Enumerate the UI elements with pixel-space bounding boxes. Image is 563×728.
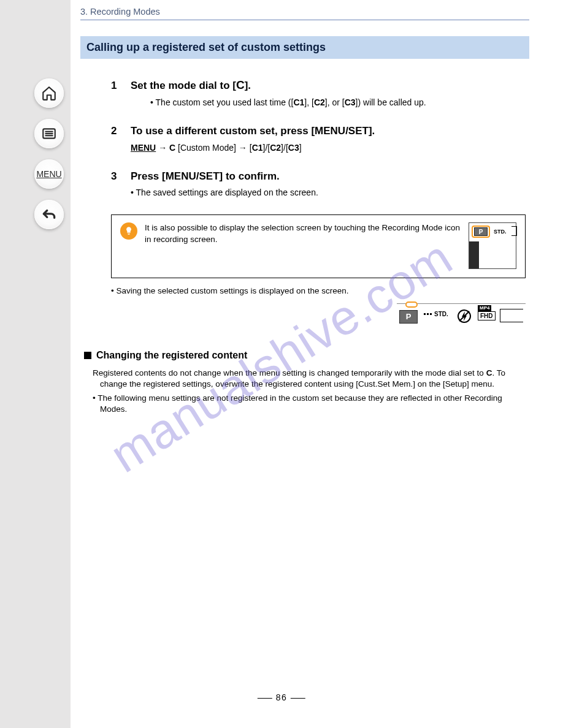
nav-buttons: MENU (34, 78, 64, 229)
list-icon (41, 126, 57, 142)
step-1-head: 1 Set the mode dial to [C]. (111, 77, 526, 93)
lightbulb-icon (120, 222, 137, 240)
tip-box: It is also possible to display the selec… (111, 214, 526, 278)
section-title: Calling up a registered set of custom se… (80, 36, 529, 59)
step-3-body: • The saved settings are displayed on th… (131, 187, 526, 199)
step-2: 2 To use a different custom set, press [… (111, 124, 526, 154)
step-1-num: 1 (111, 79, 122, 93)
mode-p-icon: P (399, 310, 418, 324)
nav-home-button[interactable] (34, 78, 64, 108)
std-icon: STD. (494, 228, 507, 235)
highlight-indicator (405, 301, 418, 308)
step-1-text: Set the mode dial to [C]. (131, 77, 251, 93)
subsection-line-1: Registered contents do not change when t… (93, 368, 526, 390)
back-icon (41, 207, 57, 222)
subsection-body: Registered contents do not change when t… (93, 368, 526, 415)
step-1-bullet: • The custom set you used last time ([C1… (150, 97, 526, 108)
step-2-body: MENU → C [Custom Mode] → [C1]/[C2]/[C3] (131, 142, 526, 154)
step-3: 3 Press [MENU/SET] to confirm. • The sav… (111, 170, 526, 199)
sidebar-dark (469, 241, 479, 268)
subsection-line-2: • The following menu settings are not re… (93, 393, 526, 415)
step-3-head: 3 Press [MENU/SET] to confirm. (111, 170, 526, 184)
nav-contents-button[interactable] (34, 119, 64, 148)
custom-c-glyph: C (236, 78, 245, 91)
aspect-box (500, 309, 523, 322)
tip-thumbnail: P STD. (469, 222, 516, 269)
subsection-title: Changing the registered content (84, 349, 526, 362)
fhd-icon: FHD (478, 311, 496, 321)
rule (80, 20, 529, 20)
steps: 1 Set the mode dial to [C]. • The custom… (80, 77, 529, 415)
page-content: 3. Recording Modes Calling up a register… (80, 0, 529, 417)
step-1-body: • The custom set you used last time ([C1… (131, 97, 526, 108)
tip-text: It is also possible to display the selec… (145, 222, 461, 269)
status-strip: P STD. MP4 FHD (111, 303, 526, 325)
step-2-num: 2 (111, 124, 122, 138)
flash-off-icon (457, 309, 472, 327)
step-3-text: Press [MENU/SET] to confirm. (131, 170, 280, 184)
step-2-text: To use a different custom set, press [ME… (131, 124, 375, 138)
step-3-bullet: • The saved settings are displayed on th… (131, 187, 526, 199)
step-3-num: 3 (111, 170, 122, 184)
step-2-menu-path: MENU → C [Custom Mode] → [C1]/[C2]/[C3] (131, 142, 526, 154)
chapter-heading: 3. Recording Modes (80, 6, 529, 18)
page-number: 86 (254, 692, 309, 702)
mode-p-chip: P (474, 227, 488, 236)
crop-edge (511, 226, 517, 236)
note-line: • Saving the selected custom settings is… (111, 286, 526, 297)
sidebar: MENU (0, 0, 71, 728)
home-icon (41, 85, 57, 101)
nav-back-button[interactable] (34, 200, 64, 229)
photostyle-icon: STD. (424, 310, 448, 319)
step-2-head: 2 To use a different custom set, press [… (111, 124, 526, 138)
square-icon (84, 352, 91, 359)
step-1: 1 Set the mode dial to [C]. • The custom… (111, 77, 526, 108)
menu-label: MENU (36, 169, 61, 179)
nav-menu-button[interactable]: MENU (34, 159, 64, 189)
